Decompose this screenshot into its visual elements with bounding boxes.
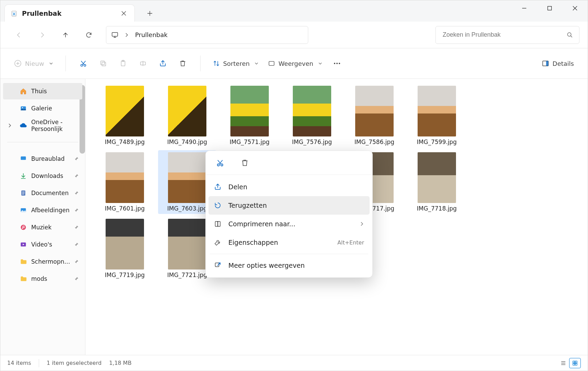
close-window-button[interactable] (562, 0, 588, 16)
chevron-down-icon (254, 61, 259, 65)
sidebar-item-home[interactable]: Thuis (3, 83, 82, 99)
sidebar-item-label: Video's (31, 241, 52, 248)
ctx-delete-button[interactable] (239, 157, 251, 169)
file-item[interactable]: IMG_7571.jpg (220, 84, 279, 147)
file-name: IMG_7603.jpg (167, 205, 207, 212)
copy-button[interactable] (95, 55, 112, 72)
sidebar-item-documents[interactable]: Documenten (3, 185, 82, 201)
file-name: IMG_7576.jpg (292, 139, 332, 145)
file-item[interactable]: IMG_7586.jpg (345, 84, 404, 147)
file-item[interactable]: IMG_7719.jpg (96, 217, 154, 280)
ctx-properties[interactable]: Eigenschappen Alt+Enter (208, 233, 370, 252)
svg-rect-0 (12, 11, 16, 16)
chevron-down-icon (318, 61, 322, 65)
sort-label: Sorteren (223, 60, 250, 67)
view-button[interactable]: Weergeven (265, 55, 326, 72)
ctx-restore-label: Terugzetten (228, 202, 267, 209)
cut-button[interactable] (75, 55, 92, 72)
pin-icon (74, 276, 79, 281)
ctx-compress[interactable]: Comprimeren naar... (208, 215, 370, 233)
more-button[interactable] (328, 55, 346, 72)
delete-button[interactable] (174, 55, 191, 72)
file-thumbnail (106, 152, 144, 203)
address-bar[interactable]: Prullenbak (106, 26, 308, 44)
icon-view-button[interactable] (569, 358, 581, 368)
wrench-icon (214, 239, 221, 246)
ctx-cut-button[interactable] (214, 157, 226, 169)
ctx-compress-label: Comprimeren naar... (228, 220, 295, 228)
gallery-icon (20, 105, 27, 112)
ctx-properties-hint: Alt+Enter (337, 239, 364, 246)
restore-icon (214, 202, 221, 209)
videos-icon (20, 241, 27, 248)
sidebar-item-label: mods (31, 275, 47, 282)
details-pane-button[interactable]: Details (538, 55, 577, 72)
context-menu: Delen Terugzetten Comprimeren naar... Ei… (205, 151, 373, 278)
search-input[interactable] (442, 31, 567, 39)
svg-rect-33 (575, 361, 577, 363)
tab-active[interactable]: Prullenbak (4, 4, 135, 22)
back-button[interactable] (9, 27, 29, 43)
new-label: Nieuw (25, 60, 44, 67)
folder-icon (20, 275, 27, 283)
search-box[interactable] (435, 26, 579, 44)
sidebar-item-downloads[interactable]: Downloads (3, 168, 82, 184)
refresh-button[interactable] (79, 27, 99, 43)
share-button[interactable] (154, 55, 171, 72)
sidebar: ThuisGalerieOneDrive - Persoonlijk Burea… (0, 79, 85, 355)
pictures-icon (20, 206, 27, 214)
pin-icon (74, 225, 79, 230)
file-name: IMG_7719.jpg (105, 272, 145, 278)
sidebar-item-label: Thuis (31, 88, 47, 95)
chevron-right-icon (125, 33, 129, 37)
forward-button[interactable] (32, 27, 52, 43)
new-button[interactable]: Nieuw (11, 55, 57, 72)
file-name: IMG_7586.jpg (355, 139, 394, 145)
sidebar-item-music[interactable]: Muziek (3, 219, 82, 236)
home-icon (20, 87, 27, 95)
file-thumbnail (418, 152, 456, 203)
address-segment[interactable]: Prullenbak (135, 31, 168, 38)
file-item[interactable]: IMG_7599.jpg (408, 84, 466, 147)
sidebar-item-folder[interactable]: Schermopnamen (3, 253, 82, 270)
minimize-button[interactable] (512, 0, 537, 16)
sidebar-item-gallery[interactable]: Galerie (3, 100, 82, 117)
ctx-restore[interactable]: Terugzetten (208, 196, 370, 215)
sidebar-item-videos[interactable]: Video's (3, 236, 82, 253)
pin-icon (74, 173, 79, 178)
sidebar-item-label: Bureaublad (31, 155, 64, 162)
file-item[interactable]: IMG_7601.jpg (96, 150, 154, 214)
rename-button[interactable] (134, 55, 152, 72)
file-item[interactable]: IMG_7576.jpg (283, 84, 341, 147)
sidebar-item-desktop[interactable]: Bureaublad (3, 151, 82, 167)
file-item[interactable]: IMG_7489.jpg (96, 84, 154, 147)
folder-icon (20, 258, 27, 265)
file-item[interactable]: IMG_7718.jpg (408, 150, 466, 214)
search-icon (567, 32, 573, 38)
ctx-more[interactable]: Meer opties weergeven (208, 256, 370, 275)
monitor-icon (111, 31, 119, 39)
svg-rect-32 (573, 361, 575, 363)
sidebar-item-onedrive[interactable]: OneDrive - Persoonlijk (3, 117, 82, 134)
ctx-share[interactable]: Delen (208, 178, 370, 196)
maximize-button[interactable] (537, 0, 562, 16)
sidebar-item-pictures[interactable]: Afbeeldingen (3, 202, 82, 218)
chevron-right-icon (8, 123, 12, 128)
svg-rect-34 (573, 363, 575, 365)
list-view-button[interactable] (557, 358, 569, 368)
paste-button[interactable] (115, 55, 132, 72)
sort-button[interactable]: Sorteren (209, 55, 262, 72)
tab-title: Prullenbak (22, 10, 115, 17)
svg-rect-8 (100, 61, 104, 65)
sidebar-item-folder[interactable]: mods (3, 271, 82, 287)
pin-icon (74, 242, 79, 247)
new-tab-button[interactable] (142, 5, 158, 22)
nav-row: Prullenbak (0, 22, 588, 48)
ctx-properties-label: Eigenschappen (228, 239, 278, 246)
file-name: IMG_7721.jpg (167, 272, 207, 278)
separator (210, 254, 368, 254)
svg-point-24 (21, 225, 26, 230)
file-item[interactable]: IMG_7490.jpg (158, 84, 216, 147)
tab-close-button[interactable] (119, 8, 129, 19)
up-button[interactable] (55, 27, 76, 43)
